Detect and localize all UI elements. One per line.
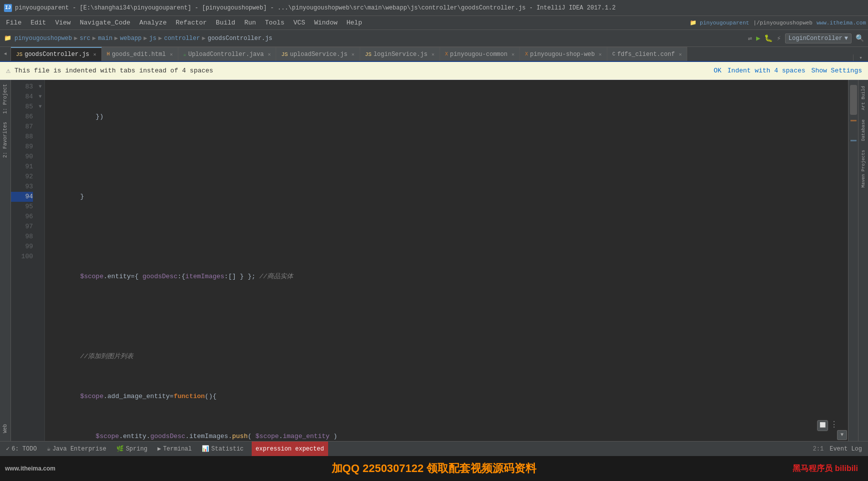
tab-close-shopweb[interactable]: ✕ bbox=[599, 51, 602, 57]
tab-close-login-svc[interactable]: ✕ bbox=[432, 51, 434, 57]
bottom-right-icons[interactable]: ⬜ ⋮ bbox=[817, 420, 838, 431]
event-log-button[interactable]: Event Log bbox=[828, 445, 864, 454]
xml-file-icon-2: X bbox=[525, 51, 528, 57]
scroll-thumb[interactable] bbox=[850, 85, 857, 115]
watermark-label: www.itheima.com bbox=[817, 20, 866, 26]
nav-webapp[interactable]: webapp bbox=[120, 35, 141, 42]
hierarchy-icon[interactable]: ⇌ bbox=[748, 34, 752, 42]
menu-analyze[interactable]: Analyze bbox=[135, 17, 171, 28]
status-statistic[interactable]: 📊 Statistic bbox=[200, 444, 246, 454]
java-enterprise-icon: ☕ bbox=[47, 445, 50, 453]
tab-fdfs-client[interactable]: C fdfs_client.conf ✕ bbox=[607, 47, 687, 61]
menu-file[interactable]: File bbox=[2, 17, 25, 28]
nav-main[interactable]: main bbox=[98, 35, 112, 42]
code-editor: 83 84 85 86 87 88 89 90 91 92 93 94 95 9… bbox=[11, 80, 858, 441]
tab-close-common[interactable]: ✕ bbox=[511, 51, 514, 57]
banner-ad: www.itheima.com 加QQ 2250307122 领取配套视频源码资… bbox=[0, 456, 868, 481]
code-line-90: $scope.add_image_entity=function(){ bbox=[49, 392, 848, 402]
tab-close-upload-svc[interactable]: ✕ bbox=[352, 51, 355, 57]
status-java-enterprise[interactable]: ☕ Java Enterprise bbox=[45, 444, 108, 454]
tab-goods-edit[interactable]: H goods_edit.html ✕ bbox=[102, 47, 178, 61]
menu-refactor[interactable]: Refactor bbox=[172, 17, 211, 28]
code-content-area[interactable]: }) } $scope.entity={ goodsDesc:{itemImag… bbox=[45, 80, 848, 441]
menu-view[interactable]: View bbox=[51, 17, 74, 28]
terminal-icon: ▶ bbox=[157, 445, 161, 453]
notification-text: This file is indented with tabs instead … bbox=[14, 67, 213, 74]
nav-search-icon[interactable]: 🔍 bbox=[856, 34, 864, 42]
nav-src[interactable]: src bbox=[79, 35, 90, 42]
nav-js[interactable]: js bbox=[149, 35, 156, 42]
tab-pinyougou-common[interactable]: X pinyougou-common ✕ bbox=[440, 47, 520, 61]
right-sidebar: Art Build Database Maven Projects bbox=[858, 80, 868, 441]
menu-window[interactable]: Window bbox=[310, 17, 342, 28]
sidebar-tab-web[interactable]: Web bbox=[1, 420, 9, 437]
tab-close-edit[interactable]: ✕ bbox=[170, 51, 173, 57]
menu-navigate[interactable]: Navigate_Code bbox=[76, 17, 134, 28]
js-file-icon-3: JS bbox=[365, 51, 372, 57]
tab-close-fdfs[interactable]: ✕ bbox=[679, 51, 682, 57]
spring-icon: 🌿 bbox=[116, 445, 124, 453]
run-config-icon[interactable]: ⚡ bbox=[777, 34, 781, 42]
window-title: pinyougouparent - [E:\shanghai34\pinyoug… bbox=[15, 4, 616, 11]
tab-more-icon[interactable]: ▾ bbox=[859, 54, 863, 61]
banner-brand: 黑马程序员 bilibili bbox=[793, 464, 858, 474]
tab-close-goods[interactable]: ✕ bbox=[93, 51, 96, 57]
breadcrumb-bar: 📁 pinyougoushopweb ▶ src ▶ main ▶ webapp… bbox=[0, 30, 868, 47]
js-file-icon-2: JS bbox=[281, 51, 288, 57]
status-spring[interactable]: 🌿 Spring bbox=[114, 444, 149, 454]
conf-file-icon: C bbox=[612, 51, 615, 57]
fold-gutter: ▼ ▼ ▼ bbox=[36, 80, 45, 441]
login-controller-dropdown[interactable]: LoginController ▼ bbox=[785, 33, 852, 43]
scroll-bar-area[interactable] bbox=[848, 80, 858, 441]
code-line-86 bbox=[49, 232, 848, 242]
java-file-icon: ☕ bbox=[183, 51, 186, 57]
code-line-88 bbox=[49, 312, 848, 322]
tab-upload-service[interactable]: JS uploadService.js ✕ bbox=[276, 47, 360, 61]
tab-bar: ◀ JS goodsController.js ✕ H goods_edit.h… bbox=[0, 47, 868, 62]
notif-ok-link[interactable]: OK bbox=[714, 67, 722, 74]
tab-login-service[interactable]: JS loginService.js ✕ bbox=[360, 47, 440, 61]
sidebar-art-build[interactable]: Art Build bbox=[860, 82, 868, 114]
line-numbers: 83 84 85 86 87 88 89 90 91 92 93 94 95 9… bbox=[11, 80, 36, 441]
notif-indent-link[interactable]: Indent with 4 spaces bbox=[728, 67, 806, 74]
error-indicator: expression expected bbox=[252, 442, 328, 457]
tab-scroll-left[interactable]: ◀ bbox=[4, 51, 6, 56]
debug-icon[interactable]: 🐛 bbox=[764, 34, 773, 42]
sidebar-tab-favorites[interactable]: 2: Favorites bbox=[1, 118, 9, 162]
menu-help[interactable]: Help bbox=[343, 17, 366, 28]
tab-upload-controller[interactable]: ☕ UploadController.java ✕ bbox=[178, 47, 276, 61]
status-terminal[interactable]: ▶ Terminal bbox=[155, 444, 194, 454]
code-line-84 bbox=[49, 152, 848, 162]
menu-build[interactable]: Build bbox=[212, 17, 239, 28]
banner-text: 加QQ 2250307122 领取配套视频源码资料 bbox=[332, 461, 537, 476]
sidebar-maven[interactable]: Maven Projects bbox=[860, 146, 868, 192]
nav-shopweb[interactable]: pinyougoushopweb bbox=[14, 35, 72, 42]
menu-run[interactable]: Run bbox=[240, 17, 260, 28]
code-line-89: //添加到图片列表 bbox=[49, 352, 848, 362]
statistic-icon: 📊 bbox=[202, 445, 209, 453]
js-file-icon: JS bbox=[16, 51, 22, 57]
run-icon[interactable]: ▶ bbox=[756, 34, 760, 42]
title-bar: IJ pinyougouparent - [E:\shanghai34\piny… bbox=[0, 0, 868, 16]
nav-controller[interactable]: controller bbox=[164, 35, 200, 42]
menu-tools[interactable]: Tools bbox=[261, 17, 289, 28]
tab-pinyougou-shopweb[interactable]: X pinyougou-shop-web ✕ bbox=[520, 47, 607, 61]
xml-file-icon: X bbox=[445, 51, 448, 57]
menu-vcs[interactable]: VCS bbox=[290, 17, 309, 28]
notification-bar: ⚠ This file is indented with tabs instea… bbox=[0, 62, 868, 80]
nav-file: goodsController.js bbox=[208, 35, 273, 42]
small-icon-dots[interactable]: ⋮ bbox=[830, 420, 838, 431]
status-todo[interactable]: ✓ 6: TODO bbox=[4, 444, 39, 454]
sidebar-database[interactable]: Database bbox=[860, 115, 868, 145]
small-icon-square[interactable]: ⬜ bbox=[820, 421, 826, 431]
sidebar-tab-project[interactable]: 1: Project bbox=[1, 80, 9, 118]
menu-edit[interactable]: Edit bbox=[26, 17, 50, 28]
tab-close-upload-ctrl[interactable]: ✕ bbox=[268, 51, 271, 57]
notif-settings-link[interactable]: Show Settings bbox=[812, 67, 862, 74]
code-line-83: }) bbox=[49, 112, 848, 122]
scroll-marker-2 bbox=[851, 140, 857, 141]
cursor-position: 2:1 bbox=[813, 446, 824, 453]
notification-icon: ⚠ bbox=[6, 66, 10, 75]
tab-goods-controller[interactable]: JS goodsController.js ✕ bbox=[11, 47, 102, 61]
scroll-to-end-button[interactable]: ▼ bbox=[837, 430, 847, 440]
